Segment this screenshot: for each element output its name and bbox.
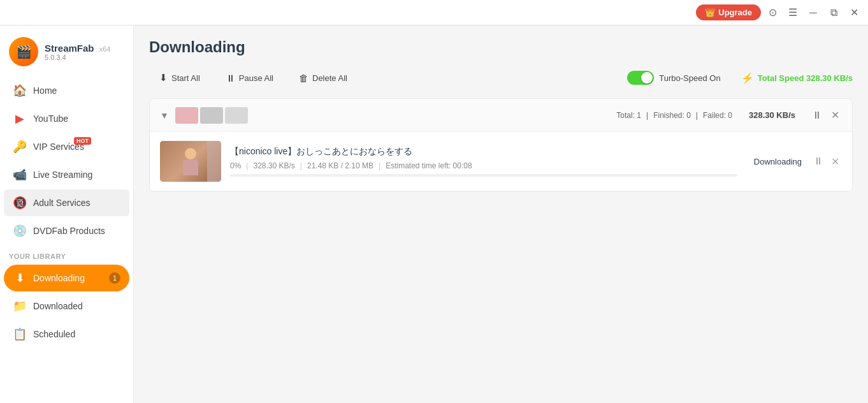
sidebar-item-home[interactable]: 🏠 Home (4, 77, 129, 104)
turbo-area: Turbo-Speed On (627, 71, 720, 85)
item-title: 【niconico live】おしっこあとにおならをする (230, 146, 737, 158)
sidebar-item-adult[interactable]: 🔞 Adult Services (4, 189, 129, 216)
sidebar-item-livestreaming[interactable]: 📹 Live Streaming (4, 161, 129, 188)
restore-button[interactable]: ⧉ (825, 4, 843, 22)
app-logo: 🎬 (9, 37, 38, 66)
vip-icon: 🔑 (13, 140, 27, 154)
crown-icon: 👑 (705, 8, 715, 17)
total-speed-text: Total Speed 328.30 KB/s (758, 73, 853, 83)
item-info: 【niconico live】おしっこあとにおならをする 0% | 328.30… (230, 146, 737, 177)
library-item-downloading[interactable]: ⬇ Downloading 1 (4, 265, 129, 291)
app-body: 🎬 StreamFab x64 5.0.3.4 🏠 Home ▶ YouTube… (0, 26, 868, 403)
group-actions: ⏸ ✕ (809, 106, 842, 124)
thumb-inner (160, 141, 221, 182)
item-eta: Estimated time left: 00:08 (386, 161, 472, 170)
start-all-label: Start All (171, 73, 200, 83)
menu-icon[interactable]: ☰ (784, 4, 802, 22)
download-group: ▼ Total: 1 | Finished: 0 | Failed: 0 328… (149, 98, 853, 192)
figure-body (183, 160, 198, 175)
account-icon[interactable]: ⊙ (763, 4, 781, 22)
chevron-down-icon[interactable]: ▼ (160, 110, 169, 121)
delete-all-icon: 🗑 (299, 73, 308, 84)
sidebar-label-adult: Adult Services (33, 198, 90, 208)
turbo-toggle[interactable] (627, 71, 654, 85)
toggle-knob (641, 72, 653, 84)
library-label-scheduled: Scheduled (33, 329, 75, 339)
item-size: 21.48 KB / 2.10 MB (307, 161, 373, 170)
scheduled-icon: 📋 (13, 327, 27, 341)
group-close-button[interactable]: ✕ (828, 106, 842, 124)
item-speed: 328.30 KB/s (253, 161, 294, 170)
upgrade-button[interactable]: 👑 Upgrade (696, 4, 761, 20)
group-finished: Finished: 0 (653, 111, 691, 120)
delete-all-label: Delete All (312, 73, 347, 83)
pause-all-icon: ⏸ (226, 73, 235, 84)
pause-all-label: Pause All (239, 73, 273, 83)
close-button[interactable]: ✕ (845, 4, 863, 22)
toolbar: ⬇ Start All ⏸ Pause All 🗑 Delete All Tur… (149, 68, 853, 88)
turbo-label: Turbo-Speed On (659, 73, 720, 83)
thumb-3 (225, 107, 248, 124)
sidebar-item-vip[interactable]: 🔑 VIP Services HOT (4, 133, 129, 160)
home-icon: 🏠 (13, 84, 27, 98)
start-all-icon: ⬇ (159, 72, 168, 84)
start-all-button[interactable]: ⬇ Start All (149, 68, 210, 88)
page-title: Downloading (149, 38, 853, 56)
thumb-strip (175, 107, 248, 124)
thumb-2 (200, 107, 223, 124)
total-speed-area: ⚡ Total Speed 328.30 KB/s (741, 72, 853, 84)
sidebar-label-home: Home (33, 85, 57, 96)
download-item: 【niconico live】おしっこあとにおならをする 0% | 328.30… (150, 132, 852, 191)
upgrade-label: Upgrade (718, 8, 752, 17)
downloading-icon: ⬇ (13, 271, 27, 285)
title-bar: 👑 Upgrade ⊙ ☰ ─ ⧉ ✕ (0, 0, 868, 26)
minimize-button[interactable]: ─ (804, 4, 822, 22)
library-item-scheduled[interactable]: 📋 Scheduled (4, 321, 129, 348)
item-meta: 0% | 328.30 KB/s | 21.48 KB / 2.10 MB | … (230, 161, 737, 170)
group-header: ▼ Total: 1 | Finished: 0 | Failed: 0 328… (150, 99, 852, 132)
library-item-downloaded[interactable]: 📁 Downloaded (4, 293, 129, 319)
library-section-label: YOUR LIBRARY (0, 245, 133, 264)
youtube-icon: ▶ (13, 112, 27, 126)
group-pause-button[interactable]: ⏸ (809, 106, 825, 124)
speed-icon: ⚡ (741, 72, 754, 84)
adult-icon: 🔞 (13, 196, 27, 210)
app-name-area: StreamFab x64 5.0.3.4 (45, 43, 110, 61)
item-status: Downloading (754, 157, 802, 166)
group-stats: Total: 1 | Finished: 0 | Failed: 0 (616, 111, 732, 120)
thumb-1 (175, 107, 198, 124)
item-actions: ⏸ ✕ (811, 153, 842, 170)
item-remove-button[interactable]: ✕ (828, 153, 842, 170)
group-speed: 328.30 KB/s (749, 110, 795, 120)
sidebar-label-dvdfab: DVDFab Products (33, 226, 105, 236)
group-failed: Failed: 0 (703, 111, 732, 120)
sidebar-item-dvdfab[interactable]: 💿 DVDFab Products (4, 217, 129, 244)
item-progress-pct: 0% (230, 161, 241, 170)
pause-all-button[interactable]: ⏸ Pause All (215, 68, 284, 88)
window-controls: 👑 Upgrade ⊙ ☰ ─ ⧉ ✕ (696, 4, 863, 22)
thumb-curtain (207, 141, 221, 182)
main-content: Downloading ⬇ Start All ⏸ Pause All 🗑 De… (134, 26, 868, 403)
item-pause-button[interactable]: ⏸ (811, 153, 826, 170)
sidebar-label-livestreaming: Live Streaming (33, 170, 92, 180)
hot-badge: HOT (74, 137, 91, 145)
app-name: StreamFab x64 (45, 43, 110, 54)
downloading-count-badge: 1 (109, 272, 120, 284)
app-build: 5.0.3.4 (45, 54, 110, 61)
dvdfab-icon: 💿 (13, 224, 27, 238)
item-thumbnail (160, 141, 221, 182)
progress-bar-wrap (230, 174, 737, 177)
sidebar-item-youtube[interactable]: ▶ YouTube (4, 105, 129, 132)
sidebar: 🎬 StreamFab x64 5.0.3.4 🏠 Home ▶ YouTube… (0, 26, 134, 403)
logo-area: 🎬 StreamFab x64 5.0.3.4 (0, 31, 133, 77)
thumb-figure (181, 148, 200, 177)
group-total: Total: 1 (616, 111, 641, 120)
downloaded-icon: 📁 (13, 299, 27, 313)
livestreaming-icon: 📹 (13, 168, 27, 182)
library-label-downloaded: Downloaded (33, 301, 83, 311)
sidebar-label-youtube: YouTube (33, 114, 68, 124)
figure-head (185, 148, 196, 159)
delete-all-button[interactable]: 🗑 Delete All (289, 68, 358, 88)
library-label-downloading: Downloading (33, 273, 85, 283)
